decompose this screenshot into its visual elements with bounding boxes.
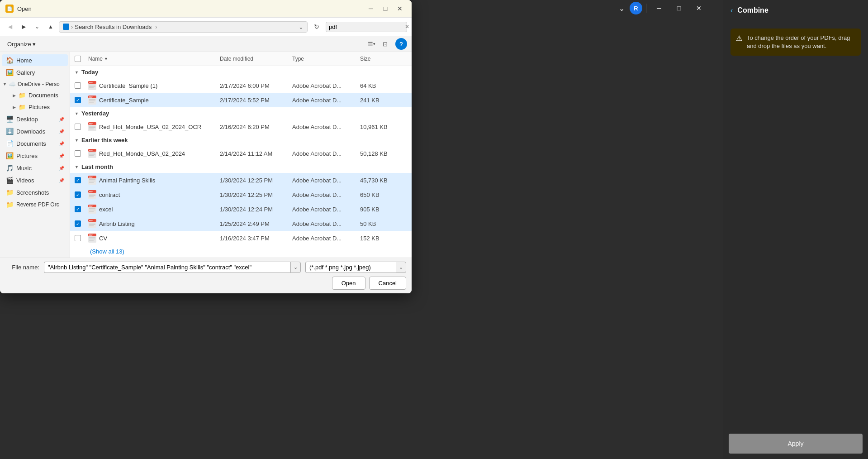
svg-rect-53 xyxy=(89,240,94,241)
help-btn[interactable]: ? xyxy=(395,38,407,50)
select-all-checkbox[interactable] xyxy=(75,56,81,62)
group-yesterday-header[interactable]: ▼ Yesterday xyxy=(70,107,412,120)
animal-checkbox[interactable] xyxy=(75,177,81,183)
taskbar: ⌄ R ─ □ ✕ xyxy=(613,0,710,16)
dialog-maximize-btn[interactable]: □ xyxy=(379,4,392,14)
sidebar-item-downloads[interactable]: ⬇️ Downloads 📌 xyxy=(2,125,68,137)
sidebar-item-music[interactable]: 🎵 Music 📌 xyxy=(2,162,68,174)
sidebar-item-desktop[interactable]: 🖥️ Desktop 📌 xyxy=(2,113,68,125)
nav-forward-btn[interactable]: ▶ xyxy=(18,21,29,32)
show-all-link[interactable]: (Show all 13) xyxy=(70,245,412,258)
dialog-close-btn[interactable]: ✕ xyxy=(394,4,406,14)
file-checkbox-animal[interactable] xyxy=(70,177,85,183)
view-list-icon: ☰ xyxy=(368,41,373,48)
address-path[interactable]: › Search Results in Downloads › ⌄ xyxy=(59,21,308,33)
file-list: Name ▼ Date modified Type Size ▼ Today xyxy=(70,52,412,258)
table-row[interactable]: PDF Red_Hot_Monde_USA_02_2024 2/14/2024 … xyxy=(70,146,412,161)
col-date-header[interactable]: Date modified xyxy=(217,54,289,64)
col-name-header[interactable]: Name ▼ xyxy=(85,54,217,64)
table-row[interactable]: PDF Airbnb Listing 1/25/2024 2:49 PM Ado… xyxy=(70,216,412,231)
pdf-icon-cert1: PDF xyxy=(88,81,96,90)
file-checkbox-cv[interactable] xyxy=(70,235,85,241)
refresh-btn[interactable]: ↻ xyxy=(310,20,323,33)
open-button[interactable]: Open xyxy=(332,277,365,290)
group-earlier-header[interactable]: ▼ Earlier this week xyxy=(70,134,412,146)
organize-btn[interactable]: Organize ▾ xyxy=(5,39,38,49)
col-type-header[interactable]: Type xyxy=(289,54,357,64)
view-list-btn[interactable]: ☰ ▾ xyxy=(365,39,379,49)
group-lastmonth-header[interactable]: ▼ Last month xyxy=(70,161,412,173)
documents2-pin-icon: 📌 xyxy=(59,141,64,146)
sidebar-item-pictures2[interactable]: 🖼️ Pictures 📌 xyxy=(2,150,68,162)
table-row[interactable]: PDF Certificate_Sample 2/17/2024 5:52 PM… xyxy=(70,93,412,107)
table-row[interactable]: PDF Red_Hot_Monde_USA_02_2024_OCR 2/16/2… xyxy=(70,120,412,134)
group-today-header[interactable]: ▼ Today xyxy=(70,66,412,78)
music-icon: 🎵 xyxy=(5,164,14,172)
sidebar-item-pictures[interactable]: ▶ 📁 Pictures xyxy=(2,101,68,113)
sidebar-item-documents2[interactable]: 📄 Documents 📌 xyxy=(2,138,68,149)
file-checkbox-red1[interactable] xyxy=(70,124,85,130)
screenshots-icon: 📁 xyxy=(5,189,14,196)
user-avatar[interactable]: R xyxy=(630,2,642,14)
sidebar-item-home[interactable]: 🏠 Home xyxy=(2,54,68,66)
file-checkbox-red2[interactable] xyxy=(70,150,85,157)
group-yesterday-arrow: ▼ xyxy=(75,111,79,116)
sidebar-item-reversepdf[interactable]: 📁 Reverse PDF Orc xyxy=(2,199,68,210)
sidebar-music-label: Music xyxy=(16,165,32,172)
svg-rect-16 xyxy=(89,127,95,128)
dialog-minimize-btn[interactable]: ─ xyxy=(365,4,377,14)
nav-up-btn[interactable]: ▲ xyxy=(45,21,56,32)
path-dropdown-btn[interactable]: ⌄ xyxy=(299,24,304,30)
sidebar-item-screenshots[interactable]: 📁 Screenshots xyxy=(2,186,68,198)
excel-checkbox[interactable] xyxy=(75,206,81,212)
window-minimize-btn[interactable]: ─ xyxy=(650,2,668,14)
col-size-header[interactable]: Size xyxy=(357,54,398,64)
contract-checkbox[interactable] xyxy=(75,191,81,198)
cancel-button[interactable]: Cancel xyxy=(369,277,406,290)
cv-checkbox[interactable] xyxy=(75,235,81,241)
animal-name-cell: PDF Animal Painting Skills xyxy=(85,174,217,186)
file-checkbox-cert2[interactable] xyxy=(70,97,85,103)
nav-recent-btn[interactable]: ⌄ xyxy=(32,21,43,32)
svg-text:PDF: PDF xyxy=(89,205,93,207)
table-row[interactable]: PDF Certificate_Sample (1) 2/17/2024 6:0… xyxy=(70,78,412,93)
table-row[interactable]: PDF CV 1/16/2024 3:47 PM Adobe Acrobat D… xyxy=(70,231,412,245)
red2-checkbox[interactable] xyxy=(75,150,81,157)
cert2-size: 241 KB xyxy=(357,95,398,105)
sidebar-item-videos[interactable]: 🎬 Videos 📌 xyxy=(2,174,68,186)
nav-back-btn[interactable]: ◀ xyxy=(5,21,15,32)
airbnb-checkbox[interactable] xyxy=(75,220,81,227)
svg-rect-3 xyxy=(89,85,95,86)
sidebar-onedrive-expand[interactable]: ▼ ☁️ OneDrive - Perso xyxy=(0,79,70,89)
file-checkbox-airbnb[interactable] xyxy=(70,220,85,227)
sidebar-downloads-label: Downloads xyxy=(16,128,45,135)
combine-info-text: To change the order of your PDFs, drag a… xyxy=(747,34,855,50)
table-row[interactable]: PDF contract 1/30/2024 12:25 PM Adobe Ac… xyxy=(70,187,412,202)
filetype-input[interactable] xyxy=(305,262,396,273)
cert2-checkbox[interactable] xyxy=(75,97,81,103)
svg-text:PDF: PDF xyxy=(89,81,93,84)
sidebar-item-documents[interactable]: ▶ 📁 Documents xyxy=(2,90,68,101)
search-clear-btn[interactable]: ✕ xyxy=(405,24,409,30)
airbnb-date: 1/25/2024 2:49 PM xyxy=(217,219,289,229)
window-restore-btn[interactable]: □ xyxy=(670,2,688,14)
filename-dropdown-btn[interactable]: ⌄ xyxy=(290,262,301,273)
filename-input[interactable] xyxy=(44,262,290,273)
red1-checkbox[interactable] xyxy=(75,124,81,130)
address-bar: ◀ ▶ ⌄ ▲ › Search Results in Downloads › … xyxy=(0,18,412,36)
table-row[interactable]: PDF excel 1/30/2024 12:24 PM Adobe Acrob… xyxy=(70,202,412,216)
combine-back-btn[interactable]: ‹ xyxy=(730,6,733,14)
cert1-checkbox[interactable] xyxy=(75,82,81,89)
sidebar-item-gallery[interactable]: 🖼️ Gallery xyxy=(2,67,68,78)
svg-text:PDF: PDF xyxy=(89,176,93,178)
file-checkbox-cert1[interactable] xyxy=(70,82,85,89)
table-row[interactable]: PDF Animal Painting Skills 1/30/2024 12:… xyxy=(70,173,412,187)
apply-button[interactable]: Apply xyxy=(729,434,863,454)
search-input[interactable] xyxy=(329,24,405,30)
view-preview-btn[interactable]: ⊡ xyxy=(379,39,391,49)
taskbar-collapse-btn[interactable]: ⌄ xyxy=(615,2,628,14)
file-checkbox-excel[interactable] xyxy=(70,206,85,212)
window-close-btn[interactable]: ✕ xyxy=(690,2,708,14)
file-checkbox-contract[interactable] xyxy=(70,191,85,198)
filetype-dropdown-btn[interactable]: ⌄ xyxy=(396,262,406,273)
